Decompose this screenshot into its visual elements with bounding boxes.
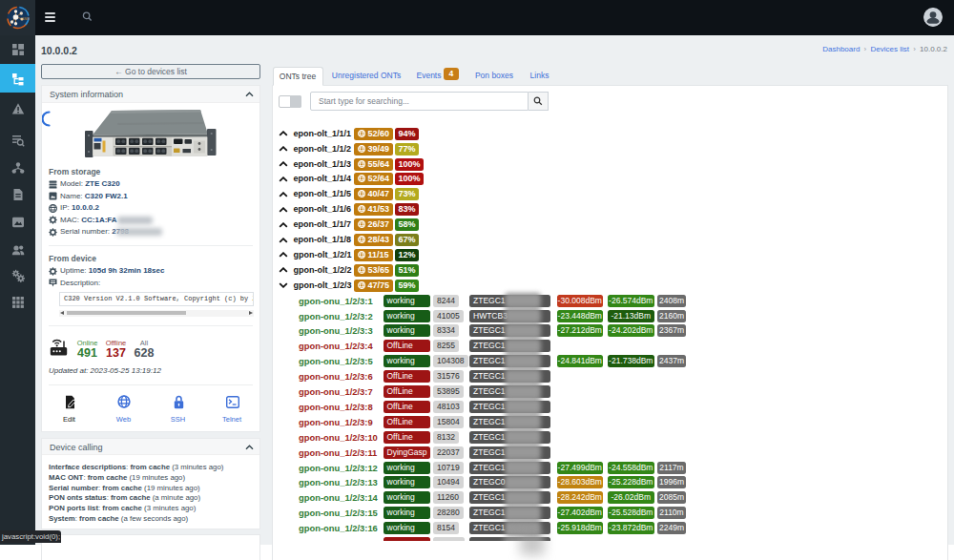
svg-text:DMS: DMS bbox=[23, 17, 30, 21]
